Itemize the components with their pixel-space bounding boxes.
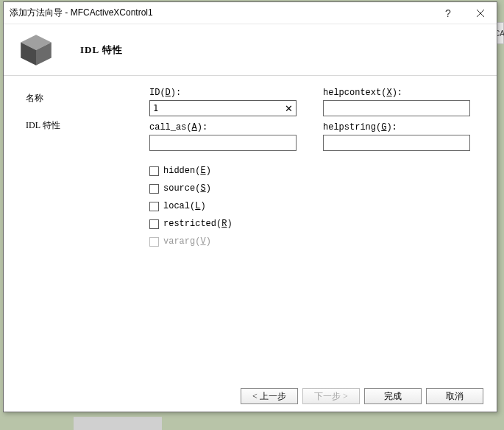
cancel-button[interactable]: 取消 bbox=[426, 388, 483, 404]
id-input[interactable] bbox=[150, 101, 281, 116]
sidebar-item-idl[interactable]: IDL 特性 bbox=[26, 116, 135, 135]
checkbox-local[interactable]: local(L) bbox=[149, 201, 476, 211]
checkbox-group: hidden(E) source(S) local(L) restricted(… bbox=[149, 166, 476, 247]
wizard-window: 添加方法向导 - MFCActiveXControl1 ? IDL 特性 名称 … bbox=[3, 1, 497, 412]
checkbox-hidden-label: hidden(E) bbox=[163, 166, 211, 176]
next-button: 下一步 > bbox=[302, 388, 360, 404]
id-input-wrap[interactable]: ✕ bbox=[149, 100, 297, 116]
clear-id-icon[interactable]: ✕ bbox=[281, 103, 296, 114]
checkbox-vararg-label: vararg(V) bbox=[163, 236, 211, 247]
helpstring-input[interactable] bbox=[324, 135, 469, 150]
checkbox-box bbox=[149, 219, 159, 229]
sidebar-item-name[interactable]: 名称 bbox=[26, 89, 135, 107]
helpcontext-label: helpcontext(X): bbox=[323, 88, 476, 98]
checkbox-box bbox=[149, 184, 159, 194]
id-label: ID(D): bbox=[149, 88, 302, 98]
help-button[interactable]: ? bbox=[432, 2, 464, 24]
cube-icon bbox=[17, 31, 55, 69]
bg-bottom-tab bbox=[74, 417, 162, 430]
checkbox-box bbox=[149, 237, 159, 247]
checkbox-box bbox=[149, 166, 159, 176]
checkbox-source-label: source(S) bbox=[163, 183, 211, 194]
finish-button[interactable]: 完成 bbox=[364, 388, 422, 404]
checkbox-vararg: vararg(V) bbox=[149, 236, 476, 247]
header-band: IDL 特性 bbox=[4, 24, 497, 76]
button-bar: < 上一步 下一步 > 完成 取消 bbox=[4, 381, 497, 412]
callas-label: call_as(A): bbox=[149, 122, 302, 133]
window-title: 添加方法向导 - MFCActiveXControl1 bbox=[10, 7, 432, 19]
checkbox-hidden[interactable]: hidden(E) bbox=[149, 166, 476, 176]
checkbox-restricted-label: restricted(R) bbox=[163, 219, 233, 229]
page-heading: IDL 特性 bbox=[80, 43, 123, 57]
helpcontext-input[interactable] bbox=[324, 101, 469, 116]
form-area: ID(D): ✕ helpcontext(X): call_as(A): bbox=[135, 76, 497, 381]
helpstring-input-wrap[interactable] bbox=[323, 135, 470, 151]
body-area: 名称 IDL 特性 ID(D): ✕ helpcontext(X): bbox=[4, 76, 497, 381]
checkbox-source[interactable]: source(S) bbox=[149, 183, 476, 194]
callas-input-wrap[interactable] bbox=[149, 135, 297, 151]
sidebar: 名称 IDL 特性 bbox=[4, 76, 135, 381]
helpcontext-input-wrap[interactable] bbox=[323, 100, 470, 116]
close-icon bbox=[477, 10, 484, 17]
helpstring-label: helpstring(G): bbox=[323, 122, 476, 133]
checkbox-local-label: local(L) bbox=[163, 201, 206, 211]
titlebar: 添加方法向导 - MFCActiveXControl1 ? bbox=[4, 2, 497, 24]
close-button[interactable] bbox=[464, 2, 497, 24]
prev-button[interactable]: < 上一步 bbox=[241, 388, 298, 404]
checkbox-restricted[interactable]: restricted(R) bbox=[149, 219, 476, 229]
callas-input[interactable] bbox=[150, 135, 296, 150]
checkbox-box bbox=[149, 202, 159, 211]
